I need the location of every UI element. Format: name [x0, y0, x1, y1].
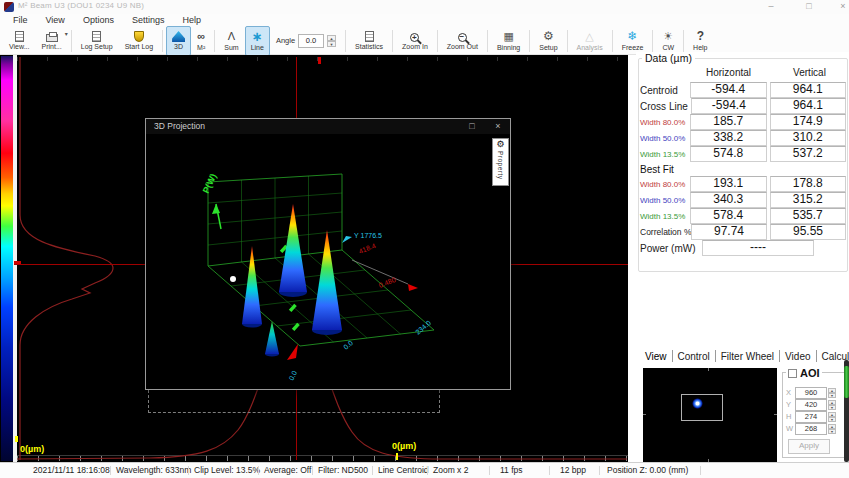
vertical-profile-curve — [20, 57, 113, 460]
status-divider — [110, 466, 111, 475]
aoi-field-input[interactable]: 960 — [795, 387, 827, 399]
toolbar-button-print[interactable]: Print...▾ — [36, 26, 68, 56]
analysis-icon: △ — [585, 30, 593, 43]
toolbar-button-m2[interactable]: ∞M² — [191, 26, 211, 56]
status-item: Average: Off — [264, 465, 311, 475]
tab-video[interactable]: Video — [780, 351, 815, 362]
spinner-down-icon[interactable]: ▼ — [828, 429, 836, 434]
toolbar-label-zoom-in: Zoom In — [402, 43, 428, 50]
projection-title-bar[interactable]: 3D Projection □ × — [146, 119, 510, 135]
status-divider — [312, 466, 313, 475]
table-row: Width 50.0%340.3315.2 — [640, 192, 846, 208]
toolbar-button-sum[interactable]: ΛSum — [218, 26, 244, 56]
tab-view[interactable]: View — [640, 351, 672, 362]
value-horizontal: 338.2 — [690, 130, 766, 146]
origin-tick-bottom — [396, 453, 398, 460]
projection-window[interactable]: 3D Projection □ × — [145, 118, 511, 390]
minimize-button[interactable]: – — [758, 0, 784, 13]
aoi-region-outline[interactable] — [681, 394, 723, 421]
svg-text:0.0: 0.0 — [288, 370, 299, 382]
toolbar-separator — [162, 30, 163, 52]
close-button[interactable]: × — [830, 0, 849, 13]
panel-scrollbar[interactable] — [844, 360, 849, 462]
aoi-field-y: Y420▲▼ — [786, 399, 836, 410]
value-vertical: 964.1 — [770, 98, 846, 114]
aoi-field-label: H — [786, 412, 795, 421]
projection-plot-area[interactable]: P(W) — [146, 134, 510, 389]
plot-cursor-dot — [230, 276, 236, 282]
value-horizontal: 185.7 — [690, 114, 766, 130]
angle-input[interactable]: 0.0 — [298, 34, 324, 48]
maximize-button[interactable]: □ — [796, 0, 822, 13]
toolbar-button-binning[interactable]: ▦Binning — [491, 26, 526, 56]
toolbar-separator — [345, 30, 346, 52]
toolbar-label-freeze: Freeze — [622, 44, 644, 51]
aoi-field-spinner[interactable]: ▲▼ — [828, 412, 836, 422]
toolbar-label-print: Print... — [42, 43, 62, 50]
toolbar-separator — [71, 30, 72, 52]
start-log-icon — [134, 31, 144, 42]
toolbar-button-start-log[interactable]: Start Log — [119, 26, 159, 56]
angle-spinner[interactable]: ▲▼ — [327, 35, 336, 47]
spinner-down-icon[interactable]: ▼ — [327, 41, 336, 47]
toolbar-button-setup[interactable]: ⚙Setup — [533, 26, 563, 56]
toolbar-button-zoom-in[interactable]: Zoom In — [396, 26, 434, 56]
aoi-checkbox[interactable] — [788, 369, 797, 378]
line-icon: ∗ — [252, 30, 263, 43]
aoi-field-h: H274▲▼ — [786, 411, 836, 422]
spinner-down-icon[interactable]: ▼ — [828, 405, 836, 410]
aoi-field-input[interactable]: 274 — [795, 411, 827, 423]
camera-preview[interactable] — [643, 368, 777, 462]
cw-icon: ☀ — [663, 30, 673, 43]
value-horizontal: 97.74 — [691, 224, 767, 240]
value-vertical: 95.55 — [770, 224, 846, 240]
status-divider — [372, 466, 373, 475]
projection-close-button[interactable]: × — [486, 119, 510, 133]
tab-control[interactable]: Control — [673, 351, 715, 362]
m2-icon: ∞ — [197, 30, 205, 43]
aoi-field-label: X — [786, 388, 795, 397]
toolbar-button-freeze[interactable]: ❄Freeze — [616, 26, 650, 56]
toolbar-label-setup: Setup — [539, 44, 557, 51]
table-row: Centroid-594.4964.1 — [640, 82, 846, 98]
aoi-field-spinner[interactable]: ▲▼ — [828, 388, 836, 398]
toolbar-button-log-setup[interactable]: Log Setup — [75, 26, 119, 56]
aoi-field-spinner[interactable]: ▲▼ — [828, 400, 836, 410]
table-row: Width 80.0%193.1178.8 — [640, 176, 846, 192]
tab-filter-wheel[interactable]: Filter Wheel — [716, 351, 779, 362]
row-label: Width 50.0% — [640, 196, 687, 205]
toolbar-separator — [437, 30, 438, 52]
toolbar-button-help[interactable]: ?Help — [687, 26, 713, 56]
apply-button[interactable]: Apply — [788, 439, 830, 454]
property-tab[interactable]: ⚙ Property — [492, 138, 509, 186]
table-row: Width 80.0%185.7174.9 — [640, 114, 846, 130]
sum-icon: Λ — [228, 30, 235, 43]
toolbar-button-analysis[interactable]: △Analysis — [571, 26, 609, 56]
aoi-field-spinner[interactable]: ▲▼ — [828, 424, 836, 434]
toolbar-button-view[interactable]: View... — [3, 26, 36, 56]
toolbar-label-3d: 3D — [174, 43, 183, 50]
toolbar-button-line[interactable]: ∗Line — [245, 26, 270, 56]
value-horizontal: -594.4 — [691, 98, 767, 114]
toolbar-button-zoom-out[interactable]: Zoom Out — [441, 26, 484, 56]
toolbar: View...Print...▾Log SetupStart Log3D∞M²Λ… — [0, 27, 849, 55]
value-vertical: 174.9 — [770, 114, 846, 130]
toolbar-button-statistics[interactable]: Statistics — [349, 26, 389, 56]
aoi-field-input[interactable]: 420 — [795, 399, 827, 411]
projection-maximize-button[interactable]: □ — [460, 119, 484, 133]
toolbar-label-cw: CW — [662, 44, 674, 51]
value-horizontal: 574.8 — [690, 146, 766, 162]
status-item: Wavelength: 633nm — [116, 465, 191, 475]
aoi-field-input[interactable]: 268 — [795, 423, 827, 435]
dropdown-arrow-icon[interactable]: ▾ — [65, 30, 68, 37]
toolbar-button-cw[interactable]: ☀CW — [656, 26, 680, 56]
value-horizontal: 340.3 — [690, 192, 766, 208]
log-setup-icon — [92, 31, 101, 42]
spinner-down-icon[interactable]: ▼ — [828, 417, 836, 422]
panel-scrollbar-thumb[interactable] — [844, 366, 849, 398]
status-divider — [427, 466, 428, 475]
spinner-down-icon[interactable]: ▼ — [828, 393, 836, 398]
column-header-vertical: Vertical — [771, 67, 848, 78]
window-title: M² Beam U3 (DOU1 0234 U9 NB) — [18, 1, 144, 10]
toolbar-button-3d[interactable]: 3D — [166, 26, 191, 56]
